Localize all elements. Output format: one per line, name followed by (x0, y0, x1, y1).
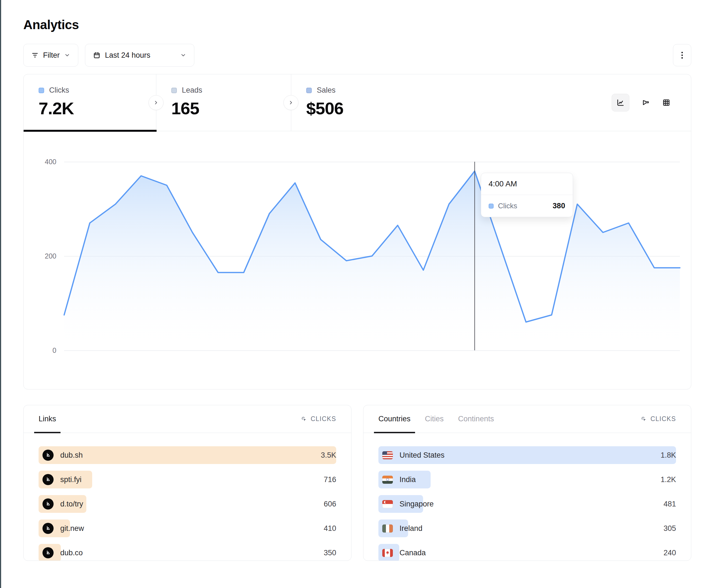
line-chart-view-button[interactable] (611, 94, 629, 112)
link-clicks-value: 3.5K (321, 451, 336, 459)
next-metric-button[interactable] (149, 95, 164, 110)
link-row[interactable]: dub.sh 3.5K (39, 446, 336, 464)
link-clicks-value: 350 (324, 549, 336, 557)
country-label: United States (400, 451, 445, 459)
sales-metric-label: Sales (317, 86, 336, 95)
links-list: dub.sh 3.5K spti.fyi 716 d.to/try 606 gi… (24, 433, 351, 561)
x-axis-ticks (64, 355, 680, 367)
countries-panel-header: Countries Cities Continents CLICKS (363, 405, 691, 433)
country-flag-icon (382, 451, 393, 459)
country-row[interactable]: United States 1.8K (379, 446, 676, 464)
active-metric-underline (24, 130, 156, 132)
chart-area-fill (64, 171, 680, 350)
table-view-button[interactable] (662, 98, 670, 107)
tooltip-time: 4:00 AM (481, 173, 573, 195)
chart-view-toggles (611, 94, 670, 112)
filter-button[interactable]: Filter (23, 44, 78, 67)
metric-tab-clicks[interactable]: Clicks 7.2K (24, 74, 156, 131)
y-axis-tick-200: 200 (26, 252, 56, 260)
funnel-view-button[interactable] (642, 98, 650, 107)
links-panel: Links CLICKS dub.sh 3.5K spti.fyi 716 (23, 405, 351, 561)
more-options-button[interactable] (673, 44, 691, 66)
country-label: Ireland (400, 524, 423, 533)
date-range-label: Last 24 hours (105, 51, 150, 60)
country-flag-icon (382, 500, 393, 508)
sales-legend-swatch (306, 88, 312, 93)
tab-cities[interactable]: Cities (425, 405, 444, 433)
country-row[interactable]: India 1.2K (379, 471, 676, 489)
dub-logo-icon (42, 523, 53, 534)
leads-metric-value: 165 (171, 98, 291, 118)
tab-countries[interactable]: Countries (379, 405, 411, 433)
country-flag-icon (382, 524, 393, 533)
funnel-icon (642, 98, 650, 107)
clicks-legend-swatch (39, 88, 44, 93)
country-clicks-value: 481 (664, 500, 676, 508)
screen-left-edge (0, 0, 1, 588)
link-clicks-bar (39, 446, 336, 464)
dub-logo-icon (42, 547, 53, 558)
calendar-icon (93, 51, 101, 59)
metric-tabs-row: Clicks 7.2K Leads 165 (24, 74, 691, 131)
clicks-metric-label: Clicks (49, 86, 69, 95)
kebab-menu-icon (678, 51, 686, 59)
links-metric-header[interactable]: CLICKS (301, 415, 336, 423)
line-chart-icon (616, 98, 625, 107)
country-clicks-value: 305 (664, 524, 676, 533)
tooltip-clicks-swatch (489, 204, 494, 208)
analytics-page: Analytics Filter Last 24 hours (0, 0, 711, 561)
date-range-button[interactable]: Last 24 hours (85, 44, 194, 67)
clicks-chart[interactable]: 400 200 0 4:00 AM (24, 131, 691, 389)
chevron-right-icon (153, 100, 159, 106)
chevron-right-icon (288, 100, 294, 106)
link-label: d.to/try (60, 500, 83, 508)
links-panel-header: Links CLICKS (24, 405, 351, 433)
country-clicks-value: 1.2K (661, 475, 676, 484)
tab-links[interactable]: Links (39, 405, 56, 433)
link-clicks-value: 716 (324, 475, 336, 484)
dub-logo-icon (42, 450, 53, 461)
link-label: dub.co (60, 549, 83, 557)
chevron-down-icon (64, 52, 70, 58)
analytics-card: Clicks 7.2K Leads 165 (23, 74, 691, 389)
countries-metric-header[interactable]: CLICKS (641, 415, 676, 423)
dub-logo-icon (42, 474, 53, 485)
y-axis-tick-400: 400 (26, 158, 56, 166)
next-metric-button[interactable] (283, 95, 298, 110)
cursor-click-icon (641, 416, 647, 423)
link-label: dub.sh (60, 451, 83, 459)
link-clicks-value: 410 (324, 524, 336, 533)
link-row[interactable]: spti.fyi 716 (39, 471, 336, 489)
links-metric-header-label: CLICKS (311, 415, 336, 423)
chart-plot-area[interactable] (64, 162, 680, 350)
country-flag-icon (382, 549, 393, 557)
link-row[interactable]: dub.co 350 (39, 544, 336, 561)
y-axis-tick-0: 0 (26, 346, 56, 355)
controls-row: Filter Last 24 hours (23, 44, 691, 67)
filter-button-label: Filter (43, 51, 60, 60)
tooltip-series-label: Clicks (498, 202, 517, 210)
country-label: Canada (400, 549, 426, 557)
country-row[interactable]: Singapore 481 (379, 495, 676, 513)
table-grid-icon (662, 98, 670, 107)
link-label: git.new (60, 524, 84, 533)
chart-hover-line (474, 162, 475, 350)
link-row[interactable]: d.to/try 606 (39, 495, 336, 513)
link-label: spti.fyi (60, 475, 82, 484)
tooltip-value: 380 (553, 202, 565, 210)
leads-metric-label: Leads (182, 86, 202, 95)
country-label: Singapore (400, 500, 434, 508)
country-flag-icon (382, 476, 393, 484)
country-clicks-value: 240 (664, 549, 676, 557)
country-clicks-value: 1.8K (661, 451, 676, 459)
metric-tab-leads[interactable]: Leads 165 (156, 74, 291, 131)
country-row[interactable]: Ireland 305 (379, 520, 676, 537)
chart-tooltip: 4:00 AM Clicks 380 (481, 173, 573, 217)
country-row[interactable]: Canada 240 (379, 544, 676, 561)
gridline-0 (64, 350, 680, 351)
link-row[interactable]: git.new 410 (39, 520, 336, 537)
country-label: India (400, 475, 416, 484)
cursor-click-icon (301, 416, 307, 423)
area-chart-svg (64, 162, 680, 350)
tab-continents[interactable]: Continents (458, 405, 494, 433)
